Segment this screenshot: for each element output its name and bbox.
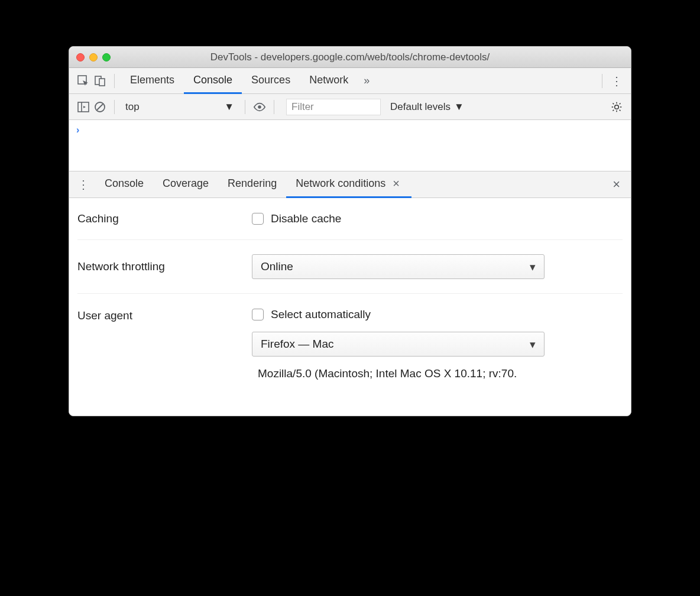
console-prompt-icon: › <box>76 125 79 135</box>
row-caching: Caching Disable cache <box>77 198 623 240</box>
toggle-device-toolbar-icon[interactable] <box>92 73 108 89</box>
tab-label: Coverage <box>163 177 209 190</box>
devtools-window: DevTools - developers.google.com/web/too… <box>69 46 631 416</box>
tab-elements[interactable]: Elements <box>121 68 184 94</box>
window-close-button[interactable] <box>76 53 85 61</box>
chevron-down-icon: ▾ <box>530 338 536 351</box>
tabs-overflow-icon[interactable]: » <box>358 74 375 87</box>
caching-label: Caching <box>77 212 252 225</box>
divider <box>274 100 274 114</box>
inspect-element-icon[interactable] <box>75 73 92 89</box>
tab-console[interactable]: Console <box>184 68 242 94</box>
tab-label: Elements <box>130 74 174 86</box>
log-levels-select[interactable]: Default levels ▼ <box>387 101 468 113</box>
console-settings-icon[interactable] <box>608 99 625 115</box>
chevron-down-icon: ▾ <box>530 260 536 274</box>
tab-label: Network conditions <box>296 177 385 190</box>
close-tab-icon[interactable]: × <box>390 177 402 190</box>
tab-label: Console <box>105 177 144 190</box>
tab-label: Network <box>309 74 348 86</box>
levels-label: Default levels <box>390 101 451 113</box>
traffic-lights <box>76 53 111 61</box>
row-user-agent: User agent Select automatically Firefox … <box>77 294 623 392</box>
tab-label: Rendering <box>228 177 277 190</box>
filter-input[interactable] <box>286 99 381 115</box>
checkbox-label: Select automatically <box>271 308 371 321</box>
user-agent-label: User agent <box>77 308 252 322</box>
checkbox-label: Disable cache <box>271 212 341 225</box>
window-title: DevTools - developers.google.com/web/too… <box>69 51 631 63</box>
checkbox-icon <box>252 309 264 320</box>
drawer-tab-console[interactable]: Console <box>95 171 153 198</box>
toggle-console-sidebar-icon[interactable] <box>75 99 92 115</box>
divider <box>245 100 245 114</box>
throttling-select[interactable]: Online ▾ <box>252 254 545 279</box>
network-conditions-panel: Caching Disable cache Network throttling… <box>69 198 631 416</box>
svg-rect-2 <box>99 79 105 86</box>
context-value: top <box>125 101 140 113</box>
drawer-tabs: ⋮ Console Coverage Rendering Network con… <box>69 171 631 198</box>
disable-cache-checkbox[interactable]: Disable cache <box>252 212 623 225</box>
svg-line-6 <box>97 104 103 110</box>
drawer-tab-network-conditions[interactable]: Network conditions × <box>286 171 411 198</box>
main-menu-icon[interactable]: ⋮ <box>608 73 625 89</box>
select-value: Firefox — Mac <box>261 338 334 351</box>
tab-sources[interactable]: Sources <box>242 68 300 94</box>
tab-label: Sources <box>251 74 290 86</box>
titlebar: DevTools - developers.google.com/web/too… <box>69 47 631 68</box>
tab-network[interactable]: Network <box>300 68 358 94</box>
user-agent-preset-select[interactable]: Firefox — Mac ▾ <box>252 332 545 357</box>
select-automatically-checkbox[interactable]: Select automatically <box>252 308 623 321</box>
tab-label: Console <box>193 74 232 86</box>
divider <box>602 74 602 88</box>
drawer-menu-icon[interactable]: ⋮ <box>75 176 92 193</box>
divider <box>114 74 115 88</box>
main-toolbar: Elements Console Sources Network » ⋮ <box>69 68 631 94</box>
execution-context-select[interactable]: top ▼ <box>121 98 239 116</box>
throttling-label: Network throttling <box>77 260 252 273</box>
user-agent-string: Mozilla/5.0 (Macintosh; Intel Mac OS X 1… <box>252 367 623 380</box>
chevron-down-icon: ▼ <box>224 101 234 113</box>
row-throttling: Network throttling Online ▾ <box>77 240 623 294</box>
console-toolbar: top ▼ Default levels ▼ <box>69 94 631 120</box>
window-minimize-button[interactable] <box>89 53 98 61</box>
divider <box>114 100 115 114</box>
console-output[interactable]: › <box>69 120 631 171</box>
close-drawer-icon[interactable]: × <box>608 177 625 192</box>
drawer-tab-rendering[interactable]: Rendering <box>218 171 286 198</box>
chevron-down-icon: ▼ <box>454 101 464 113</box>
clear-console-icon[interactable] <box>92 99 108 115</box>
window-zoom-button[interactable] <box>102 53 111 61</box>
drawer-tab-coverage[interactable]: Coverage <box>153 171 218 198</box>
live-expression-icon[interactable] <box>251 99 268 115</box>
select-value: Online <box>261 260 293 273</box>
svg-point-7 <box>258 105 261 109</box>
checkbox-icon <box>252 213 264 225</box>
